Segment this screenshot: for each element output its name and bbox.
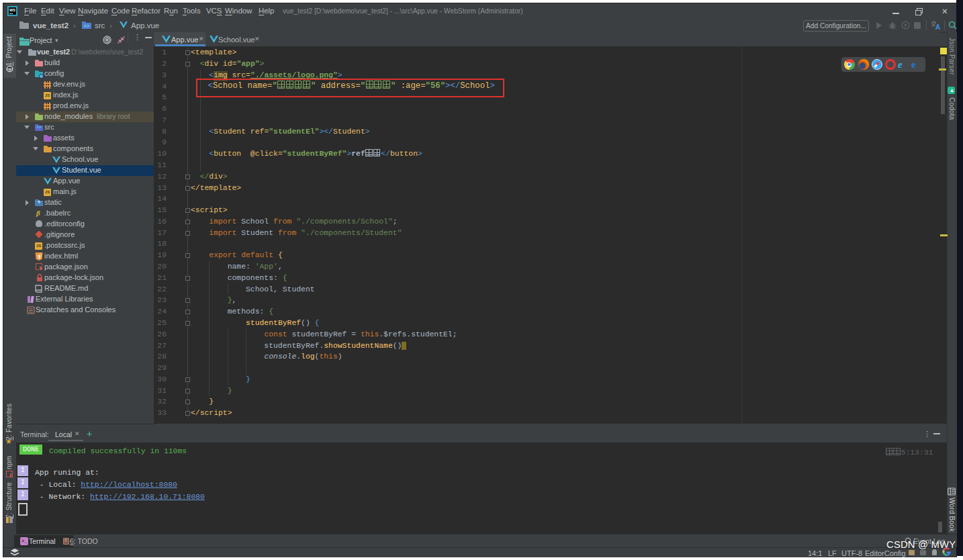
svg-text:<>: <> [84,24,89,29]
svg-text:5: 5 [38,254,40,259]
svg-text:A: A [935,23,941,31]
